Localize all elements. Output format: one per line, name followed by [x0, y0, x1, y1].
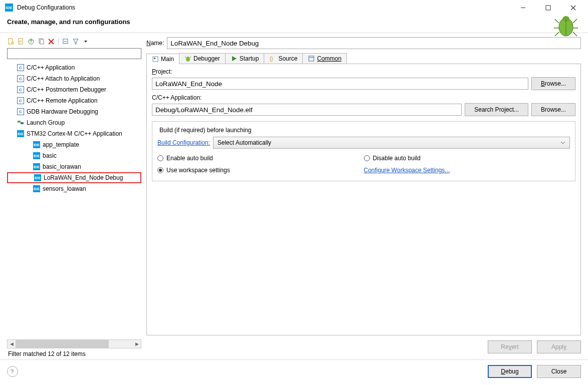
main-tab-icon — [152, 56, 159, 63]
svg-line-31 — [190, 57, 191, 58]
revert-button[interactable]: Revert — [488, 340, 532, 353]
tree-item-cpp-remote[interactable]: CC/C++ Remote Application — [7, 95, 141, 106]
export-button[interactable] — [27, 38, 35, 46]
radio-label: Disable auto build — [373, 155, 421, 162]
dialog-header: Create, manage, and run configurations — [0, 15, 588, 33]
svg-rect-1 — [546, 6, 550, 10]
build-config-dropdown[interactable]: Select Automatically — [213, 137, 570, 149]
startup-tab-icon — [231, 55, 238, 62]
export-icon — [28, 38, 35, 45]
new-proto-button[interactable]: P — [17, 38, 25, 46]
tab-main[interactable]: Main — [146, 54, 179, 64]
build-group: Build (if required) before launching Bui… — [152, 121, 575, 181]
radio-enable-auto-build[interactable]: Enable auto build — [157, 155, 364, 162]
project-label: Project: — [152, 68, 575, 75]
tab-common[interactable]: Common — [302, 53, 347, 64]
ide-icon: IDE — [33, 141, 40, 148]
apply-button[interactable]: Apply — [537, 340, 581, 353]
chevron-down-icon — [560, 140, 565, 145]
tree-item-label: Launch Group — [27, 119, 65, 126]
launch-group-icon — [17, 119, 24, 126]
tab-debugger[interactable]: Debugger — [179, 53, 226, 64]
cpp-app-input[interactable] — [152, 104, 462, 116]
tree-item-app-template[interactable]: IDEapp_template — [7, 139, 141, 150]
scroll-left-icon[interactable]: ◀ — [8, 341, 16, 346]
tree-item-label: C/C++ Attach to Application — [27, 75, 100, 82]
radio-label: Use workspace settings — [166, 167, 230, 174]
tab-label: Source — [278, 55, 297, 62]
tree-item-lorawan-debug[interactable]: IDELoRaWAN_End_Node Debug — [7, 172, 141, 183]
svg-text:{}: {} — [270, 56, 273, 62]
maximize-icon — [545, 5, 551, 11]
tree-item-gdb-hw[interactable]: CGDB Hardware Debugging — [7, 106, 141, 117]
minimize-icon — [520, 5, 526, 11]
cpp-app-label: C/C++ Application: — [152, 94, 575, 101]
project-browse-button[interactable]: Browse... — [531, 77, 575, 90]
tree-item-basic-lorawan[interactable]: IDEbasic_lorawan — [7, 161, 141, 172]
radio-icon — [157, 167, 163, 173]
radio-use-workspace[interactable]: Use workspace settings — [157, 167, 364, 174]
build-group-title: Build (if required) before launching — [157, 127, 253, 134]
tree-item-cpp-postmortem[interactable]: CC/C++ Postmortem Debugger — [7, 84, 141, 95]
ide-icon: IDE — [33, 152, 40, 159]
tree-item-sensors-loawan[interactable]: IDEsensors_loawan — [7, 183, 141, 194]
svg-line-30 — [185, 57, 186, 58]
duplicate-button[interactable] — [37, 38, 45, 46]
svg-text:?: ? — [11, 368, 14, 374]
bug-icon — [550, 12, 580, 38]
svg-rect-26 — [21, 122, 24, 124]
radio-disable-auto-build[interactable]: Disable auto build — [364, 155, 570, 162]
help-icon: ? — [9, 368, 16, 375]
close-dialog-button[interactable]: Close — [537, 365, 581, 378]
tree-item-label: C/C++ Remote Application — [27, 97, 97, 104]
tree-item-label: basic — [43, 152, 57, 159]
svg-line-13 — [573, 32, 577, 36]
help-button[interactable]: ? — [7, 366, 18, 377]
scroll-right-icon[interactable]: ▶ — [133, 341, 141, 346]
tab-startup[interactable]: Startup — [225, 53, 265, 64]
config-tree[interactable]: CC/C++ Application CC/C++ Attach to Appl… — [7, 61, 141, 338]
minimize-button[interactable] — [513, 1, 533, 14]
tree-filter-input[interactable] — [7, 48, 141, 59]
svg-rect-28 — [154, 58, 155, 59]
main-panel: Project: Browse... C/C++ Application: Se… — [146, 64, 581, 335]
cpp-browse-button[interactable]: Browse... — [531, 103, 575, 116]
chevron-down-icon — [84, 40, 88, 44]
build-config-link[interactable]: Build Configuration: — [157, 139, 210, 146]
tree-item-cpp-attach[interactable]: CC/C++ Attach to Application — [7, 73, 141, 84]
svg-point-15 — [11, 42, 14, 45]
ide-icon: IDE — [33, 185, 40, 192]
tab-label: Startup — [240, 55, 259, 62]
filter-icon — [72, 38, 79, 45]
debug-button[interactable]: Debug — [488, 365, 532, 378]
search-project-button[interactable]: Search Project... — [465, 103, 528, 116]
tree-item-label: GDB Hardware Debugging — [27, 108, 98, 115]
delete-icon — [48, 38, 55, 45]
tab-source[interactable]: {} Source — [264, 53, 303, 64]
new-config-button[interactable] — [7, 38, 15, 46]
dialog-footer: ? Debug Close — [0, 359, 588, 385]
tree-item-stm32[interactable]: ⌄ IDESTM32 Cortex-M C/C++ Application — [7, 128, 141, 139]
svg-rect-20 — [40, 40, 44, 44]
tree-item-cpp-app[interactable]: CC/C++ Application — [7, 62, 141, 73]
radio-icon — [364, 155, 370, 161]
scroll-thumb[interactable] — [16, 340, 109, 348]
name-input[interactable] — [167, 37, 581, 49]
svg-rect-33 — [309, 56, 314, 61]
svg-line-8 — [555, 19, 559, 23]
tree-item-launch-group[interactable]: Launch Group — [7, 117, 141, 128]
project-input[interactable] — [152, 78, 528, 90]
title-bar: IDE Debug Configurations — [0, 0, 588, 15]
collapse-all-button[interactable] — [62, 38, 70, 46]
tree-item-basic[interactable]: IDEbasic — [7, 150, 141, 161]
svg-text:P: P — [19, 40, 22, 44]
name-label: Name: — [146, 40, 164, 47]
delete-button[interactable] — [47, 38, 55, 46]
ide-icon: IDE — [34, 174, 41, 181]
configure-workspace-link[interactable]: Configure Workspace Settings... — [364, 167, 450, 174]
window-title: Debug Configurations — [17, 4, 513, 11]
ide-icon: IDE — [33, 163, 40, 170]
tree-hscroll[interactable]: ◀ ▶ — [7, 339, 141, 348]
filter-button[interactable] — [72, 38, 80, 46]
filter-menu-button[interactable] — [82, 38, 90, 46]
